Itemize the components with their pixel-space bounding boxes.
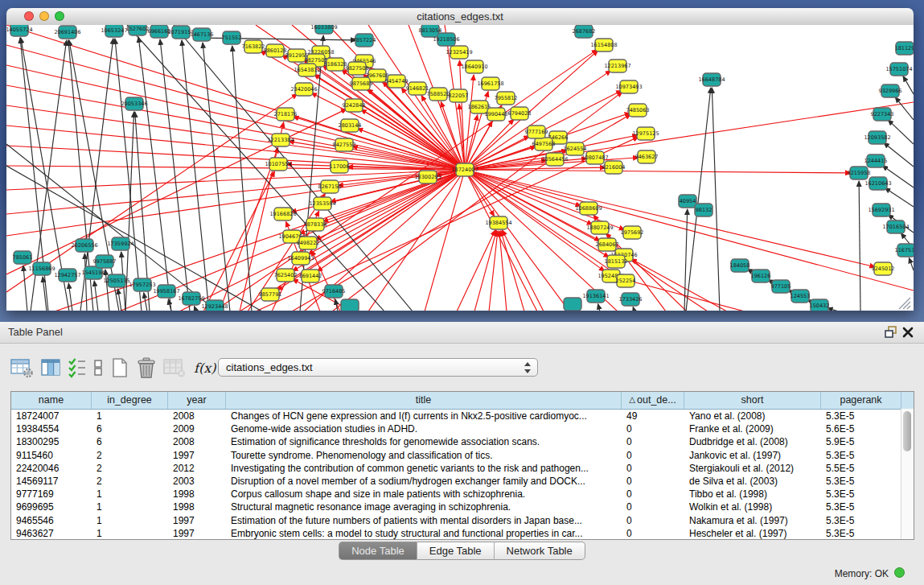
graph-node-7163822[interactable]: 7163822	[242, 40, 265, 53]
column-header-year[interactable]: year	[168, 392, 226, 409]
graph-node-7857224[interactable]: 7857224	[353, 34, 376, 47]
graph-node-1733426[interactable]: 1733426	[619, 293, 643, 306]
graph-node-1691442[interactable]: 1691442	[299, 270, 322, 282]
column-header-out_de[interactable]: △out_de...	[622, 392, 684, 409]
graph-node-40954[interactable]: 40954	[679, 195, 696, 208]
graph-node-2687682[interactable]: 2687682	[573, 25, 596, 38]
graph-node-12942757[interactable]: 12942757	[54, 269, 80, 282]
graph-node-16033809[interactable]: 16033809	[310, 25, 337, 34]
graph-node-184058[interactable]: 184058	[730, 259, 750, 272]
graph-node-1975692[interactable]: 1975692	[621, 226, 644, 239]
graph-node-9875685[interactable]: 9875685	[350, 77, 373, 90]
graph-node-18807249[interactable]: 18807249	[586, 221, 613, 234]
graph-node-17016504[interactable]: 17016504	[882, 220, 909, 233]
graph-node-17359924[interactable]: 17359924	[107, 237, 133, 250]
table-row[interactable]: 1830029562008Estimation of significance …	[11, 435, 914, 448]
resize-grip[interactable]	[899, 298, 910, 309]
graph-node-9245012[interactable]: 9245012	[872, 262, 895, 275]
graph-node-150432[interactable]: 150432	[810, 299, 830, 311]
graph-node-785061[interactable]: 785061	[13, 251, 33, 264]
graph-node-124553[interactable]: 124553	[791, 290, 811, 303]
graph-node-7625402[interactable]: 7625402	[274, 269, 298, 282]
table-row[interactable]: 1938455462009Genome-wide association stu…	[11, 422, 914, 435]
graph-node-2718176[interactable]: 2718176	[274, 108, 298, 121]
graph-node-822057[interactable]: 822057	[449, 89, 469, 102]
graph-node-9975887[interactable]: 9975887	[93, 255, 117, 268]
graph-node-8454749[interactable]: 8454749	[385, 75, 409, 88]
graph-node-252254[interactable]: 252254	[616, 274, 636, 287]
graph-node-107[interactable]	[564, 298, 581, 311]
column-header-short[interactable]: short	[684, 392, 821, 409]
graph-node-9716485[interactable]: 9716485	[322, 285, 346, 298]
graph-node-16210643[interactable]: 16210643	[864, 177, 891, 190]
graph-node-12213967[interactable]: 12213967	[604, 60, 630, 72]
network-window-titlebar[interactable]: citations_edges.txt	[6, 8, 914, 26]
graph-node-8186328[interactable]: 8186328	[324, 58, 347, 71]
graph-node-6794028[interactable]: 6794028	[508, 107, 532, 120]
column-header-in_degree[interactable]: in_degree	[92, 392, 168, 409]
graph-node-9242848[interactable]: 9242848	[343, 99, 366, 112]
graph-node-9463627[interactable]: 9463627	[635, 150, 659, 163]
graph-node-1167534[interactable]: 1167534	[895, 244, 914, 257]
delete-trash-icon[interactable]	[136, 356, 157, 380]
graph-node-106[interactable]	[341, 299, 359, 311]
select-rows-icon[interactable]	[68, 356, 87, 380]
graph-node-11156869[interactable]: 11156869	[28, 262, 55, 275]
graph-node-117006[interactable]: 117006	[330, 160, 350, 173]
table-row[interactable]: 969969511998Structural magnetic resonanc…	[11, 501, 914, 513]
graph-node-8267150[interactable]: 8267150	[318, 180, 342, 193]
graph-node-12213384[interactable]: 12213384	[267, 134, 294, 146]
graph-node-16154808[interactable]: 16154808	[590, 39, 617, 51]
graph-node-20053346[interactable]: 20053346	[121, 97, 147, 110]
close-traffic-light[interactable]	[24, 11, 34, 21]
graph-node-751552[interactable]: 751552	[222, 31, 242, 44]
table-row[interactable]: 2242004622012Investigating the contribut…	[11, 462, 914, 475]
graph-node-196126[interactable]: 196126	[751, 270, 771, 282]
graph-node-14055724[interactable]: 14055724	[6, 25, 33, 36]
row-height-icon[interactable]	[92, 356, 104, 380]
graph-node-16648784[interactable]: 16648784	[698, 73, 725, 86]
graph-node-6497568[interactable]: 6497568	[532, 138, 556, 150]
graph-node-9857791[interactable]: 9857791	[259, 288, 282, 301]
graph-node-98132[interactable]: 98132	[695, 204, 713, 216]
graph-node-9146821[interactable]: 9146821	[406, 82, 429, 95]
graph-node-8860128[interactable]: 8860128	[264, 44, 287, 57]
graph-node-977105[interactable]: 977105	[771, 280, 791, 293]
graph-node-1527602[interactable]: 1527602	[126, 25, 150, 35]
function-builder-icon[interactable]: f(x)	[192, 356, 217, 380]
graph-node-12093582[interactable]: 12093582	[864, 131, 890, 144]
graph-node-9777169[interactable]: 9777169	[525, 126, 548, 138]
graph-node-7588520[interactable]: 7588520	[427, 88, 450, 101]
graph-node-1244415[interactable]: 1244415	[864, 154, 888, 167]
graph-node-9498222[interactable]: 9498222	[297, 237, 320, 249]
graph-node-7955812[interactable]: 7955812	[495, 92, 518, 105]
table-row[interactable]: 1456911722003Disruption of a novel membe…	[11, 475, 914, 488]
graph-node-8427552[interactable]: 8427552	[333, 138, 356, 151]
table-row[interactable]: 1872400712008Changes of HCN gene express…	[11, 410, 914, 422]
graph-node-1815132[interactable]: 1815132	[605, 255, 628, 268]
graph-node-15751074[interactable]: 15751074	[885, 63, 912, 76]
tab-edge-table[interactable]: Edge Table	[417, 542, 495, 560]
graph-node-5878334[interactable]: 5878334	[304, 218, 327, 231]
column-header-pagerank[interactable]: pagerank	[821, 392, 901, 409]
column-select-icon[interactable]	[39, 356, 62, 380]
scrollbar-thumb[interactable]	[903, 411, 911, 451]
close-panel-icon[interactable]	[901, 326, 916, 339]
graph-node-181129[interactable]: 181129	[895, 42, 914, 55]
graph-node-1467136[interactable]: 1467136	[191, 28, 214, 41]
graph-node-1624554[interactable]: 1624554	[564, 142, 587, 155]
network-graph-canvas[interactable]: 1872400771638228860128891295523226058982…	[6, 25, 914, 311]
graph-node-17957253[interactable]: 17957253	[129, 278, 155, 291]
graph-node-12353594[interactable]: 12353594	[309, 197, 335, 210]
column-header-name[interactable]: name	[11, 392, 92, 409]
graph-node-2684067[interactable]: 2684067	[596, 238, 619, 251]
graph-node-1990448[interactable]: 1990448	[485, 108, 508, 121]
new-table-icon[interactable]	[109, 356, 130, 380]
graph-node-9329966[interactable]: 9329966	[879, 84, 902, 97]
table-settings-icon[interactable]	[10, 356, 34, 380]
graph-node-12325419[interactable]: 12325419	[446, 46, 472, 59]
table-row[interactable]: 946362711997Embryonic stem cells: a mode…	[11, 527, 914, 540]
column-header-title[interactable]: title	[226, 392, 622, 409]
table-vertical-scrollbar[interactable]	[901, 409, 914, 539]
tab-node-table[interactable]: Node Table	[339, 542, 417, 560]
